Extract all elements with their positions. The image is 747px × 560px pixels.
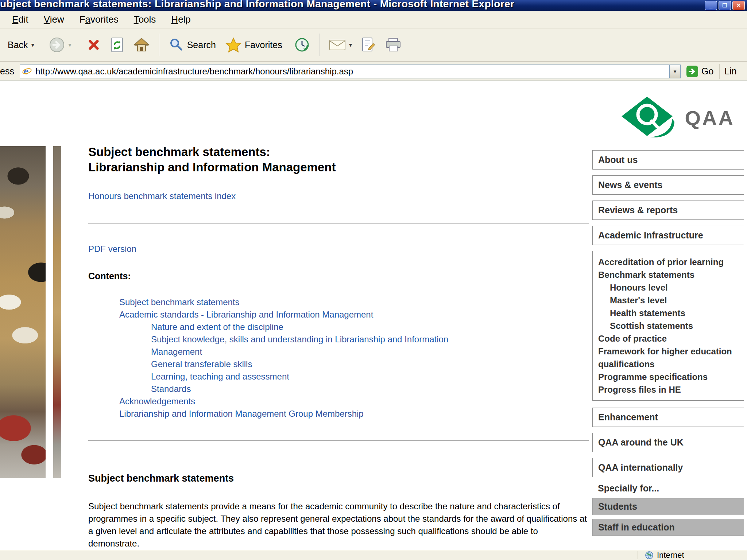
links-label-cropped[interactable]: Lin (724, 66, 740, 77)
sidebar-item-academic-infrastructure[interactable]: Academic Infrastructure (592, 226, 744, 245)
back-button[interactable]: Back ▾ (3, 37, 39, 53)
qaa-logo[interactable]: QAA (619, 96, 735, 140)
browser-window: ubject benchmark statements: Librariansh… (0, 0, 747, 560)
toc-item: Subject knowledge, skills and understand… (151, 333, 494, 358)
menu-item-tools[interactable]: Tools (126, 12, 164, 27)
subnav-item-progress-files[interactable]: Progress files in HE (598, 383, 738, 396)
subnav-item-scottish-statements[interactable]: Scottish statements (598, 319, 738, 332)
toc-link[interactable]: Learning, teaching and assessment (151, 372, 289, 381)
toc-link[interactable]: Academic standards - Librarianship and I… (119, 310, 373, 319)
statusbar-divider (638, 551, 638, 559)
toc-link[interactable]: Acknowledgements (119, 396, 195, 406)
page-title-line1: Subject benchmark statements: (88, 144, 589, 160)
subnav-item-masters-level[interactable]: Master's level (598, 294, 738, 307)
qaa-diamond-icon (619, 96, 676, 140)
address-url[interactable]: http://www.qaa.ac.uk/academicinfrastruct… (35, 66, 666, 77)
menu-item-help[interactable]: Help (163, 12, 198, 27)
divider-rule (88, 440, 589, 441)
sidebar-nav: About us News & events Reviews & reports… (592, 150, 744, 540)
address-bar: ess e http://www.qaa.ac.uk/academicinfra… (0, 62, 747, 81)
back-dropdown-caret[interactable]: ▾ (31, 41, 35, 49)
pdf-version-link[interactable]: PDF version (88, 244, 136, 254)
honours-index-link[interactable]: Honours benchmark statements index (88, 191, 236, 201)
favorites-label: Favorites (245, 40, 282, 50)
zone-label: Internet (657, 551, 684, 560)
toc-link[interactable]: Subject knowledge, skills and understand… (151, 334, 448, 357)
mail-button[interactable]: ▾ (324, 35, 357, 54)
go-label: Go (701, 66, 713, 77)
page-title: Subject benchmark statements: Librarians… (88, 144, 589, 175)
address-input[interactable]: e http://www.qaa.ac.uk/academicinfrastru… (20, 65, 681, 78)
stop-button[interactable] (82, 35, 105, 55)
body-paragraph: Subject benchmark statements provide a m… (88, 500, 589, 550)
toc-item: General transferable skills (151, 358, 494, 370)
history-button[interactable] (289, 34, 315, 56)
subnav-item-code-of-practice[interactable]: Code of practice (598, 332, 738, 345)
close-button[interactable]: ✕ (732, 1, 745, 10)
page-title-line2: Librarianship and Information Management (88, 160, 589, 175)
subnav-item-accreditation[interactable]: Accreditation of prior learning (598, 256, 738, 268)
toc-link[interactable]: Subject benchmark statements (119, 297, 240, 307)
main-column: Subject benchmark statements: Librarians… (88, 81, 589, 550)
go-arrow-icon (686, 66, 698, 77)
forward-icon (49, 37, 65, 53)
search-button[interactable]: Search (164, 34, 221, 55)
toc-item: Learning, teaching and assessment (151, 370, 494, 383)
sidebar-item-reviews-reports[interactable]: Reviews & reports (592, 201, 744, 220)
edit-button[interactable] (357, 34, 380, 55)
address-dropdown-button[interactable]: ▾ (669, 65, 680, 78)
subnav-item-benchmark-statements[interactable]: Benchmark statements (598, 268, 738, 281)
sidebar-photo (0, 146, 61, 478)
toc-item: Subject benchmark statements (119, 296, 589, 308)
history-icon (294, 37, 310, 53)
sidebar-item-students[interactable]: Students (592, 498, 744, 515)
forward-button[interactable]: ▾ (44, 34, 76, 56)
subnav-item-framework-he-qualifications[interactable]: Framework for higher education qualifica… (598, 345, 738, 370)
minimize-button[interactable]: _ (705, 1, 717, 10)
sidebar-item-enhancement[interactable]: Enhancement (592, 408, 744, 427)
toc-item: Standards (151, 383, 494, 395)
favorites-button[interactable]: Favorites (221, 34, 287, 55)
menu-item-edit[interactable]: Edit (4, 12, 36, 27)
subnav-item-honours-level[interactable]: Honours level (598, 281, 738, 294)
address-label-cropped: ess (0, 66, 15, 77)
window-titlebar: ubject benchmark statements: Librariansh… (0, 0, 747, 11)
contents-heading: Contents: (88, 271, 589, 281)
home-button[interactable] (129, 34, 154, 55)
toc-item: Nature and extent of the discipline (151, 321, 494, 333)
toc-item: Academic standards - Librarianship and I… (119, 308, 589, 321)
go-button[interactable]: Go (685, 65, 715, 78)
subnav-item-health-statements[interactable]: Health statements (598, 307, 738, 319)
security-zone: Internet (645, 550, 684, 560)
print-button[interactable] (380, 35, 406, 55)
forward-dropdown-caret: ▾ (68, 41, 71, 49)
ie-page-icon: e (22, 66, 32, 76)
sidebar-item-staff-in-education[interactable]: Staff in education (592, 519, 744, 536)
toc-link[interactable]: Nature and extent of the discipline (151, 322, 283, 332)
qaa-wordmark: QAA (685, 106, 735, 130)
mail-dropdown-caret[interactable]: ▾ (349, 41, 352, 49)
menu-item-favorites[interactable]: Favorites (72, 12, 126, 27)
photo-thin-strip (53, 146, 61, 478)
window-title: ubject benchmark statements: Librariansh… (0, 0, 514, 10)
search-label: Search (187, 40, 216, 50)
menu-item-view[interactable]: View (36, 12, 72, 27)
toc-link[interactable]: Standards (151, 384, 191, 394)
sidebar-item-news-events[interactable]: News & events (592, 175, 744, 195)
maximize-button[interactable]: ❐ (719, 1, 731, 10)
favorites-star-icon (225, 37, 241, 52)
toc-item: Librarianship and Information Management… (119, 408, 589, 420)
divider-rule (88, 223, 589, 223)
section-heading: Subject benchmark statements (88, 473, 589, 484)
sidebar-item-qaa-around-uk[interactable]: QAA around the UK (592, 433, 744, 452)
mail-icon (329, 38, 346, 51)
stop-icon (87, 38, 101, 52)
subnav-item-programme-specifications[interactable]: Programme specifications (598, 370, 738, 383)
home-icon (133, 37, 150, 52)
toc-link[interactable]: General transferable skills (151, 359, 252, 369)
sidebar-item-qaa-internationally[interactable]: QAA internationally (592, 458, 744, 477)
refresh-button[interactable] (105, 34, 129, 55)
sidebar-item-about-us[interactable]: About us (592, 150, 744, 170)
toc-link[interactable]: Librarianship and Information Management… (119, 409, 364, 419)
toolbar-separator (159, 34, 159, 56)
